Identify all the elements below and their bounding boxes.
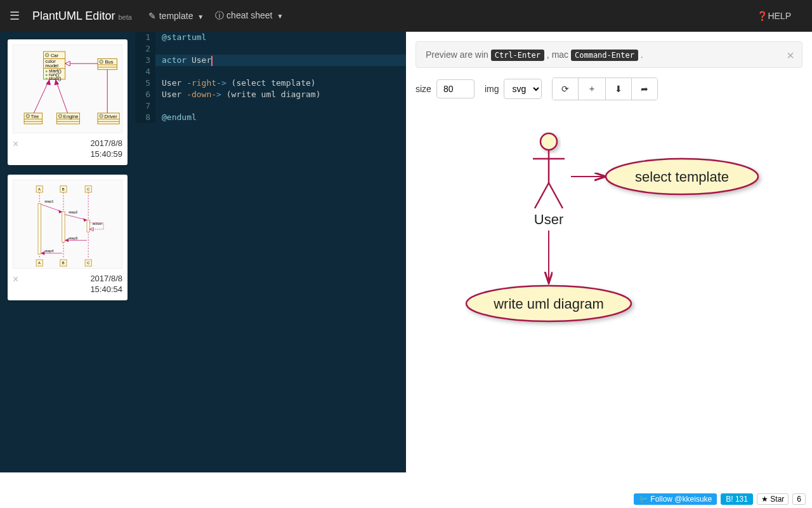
refresh-button[interactable]: ⟳ [553,78,578,100]
info-icon: ⓘ [215,10,224,22]
alert-text: . [641,50,643,60]
alert-text: Preview are win [426,50,488,60]
svg-point-72 [540,133,557,150]
alert-text: , mac [547,50,568,60]
preview-panel: Preview are win Ctrl-Enter , mac Command… [406,32,812,472]
beta-badge: beta [118,13,131,21]
svg-point-11 [46,77,48,79]
card-timestamp: 2017/8/8 15:40:59 [90,138,122,160]
help-icon: ❓ [757,11,766,21]
svg-text:action: action [93,222,102,225]
svg-text:Tire: Tire [31,114,39,119]
size-input[interactable] [436,79,475,98]
brand-text: PlantUML Editor [32,10,115,22]
thumbnail-classdiagram: Car color model start() run() stop() Bus [13,44,122,133]
svg-text:Driver: Driver [104,114,117,119]
github-star-count: 6 [792,493,806,505]
svg-marker-19 [65,61,70,66]
svg-text:write uml diagram: write uml diagram [493,296,604,312]
template-menu[interactable]: ✎ template ▼ [148,11,204,21]
svg-text:A: A [38,187,41,191]
history-card[interactable]: Car color model start() run() stop() Bus [8,39,128,165]
hatena-badge[interactable]: B! 131 [721,493,753,505]
svg-text:User: User [534,211,563,227]
svg-text:step2: step2 [69,210,77,214]
download-icon: ⬇ [615,84,622,94]
delete-card-button[interactable]: × [13,274,18,285]
svg-rect-49 [38,203,41,254]
svg-point-23 [26,114,30,118]
svg-text:step4: step4 [44,249,54,253]
help-label: HELP [768,11,791,21]
caret-icon: ▼ [197,13,204,20]
svg-text:Bus: Bus [105,59,113,65]
svg-point-33 [100,114,103,118]
menu-icon[interactable]: ☰ [10,9,20,23]
svg-text:C: C [87,187,89,191]
toolbar-buttons: ⟳ ＋ ⬇ ➦ [552,77,658,100]
size-label: size [416,84,431,94]
svg-text:stop(): stop() [49,76,62,81]
twitter-follow-button[interactable]: 🐦 Follow @kkeisuke [634,493,717,505]
thumbnail-sequence: A B C step1 step2 [13,180,122,269]
card-timestamp: 2017/8/8 15:40:54 [90,274,122,295]
svg-point-9 [46,74,48,76]
svg-point-3 [45,53,49,57]
svg-point-28 [58,114,62,118]
svg-rect-51 [87,220,89,232]
svg-text:select template: select template [635,169,729,185]
footer-bar: 🐦 Follow @kkeisuke B! 131 ★ Star 6 [0,490,812,508]
svg-point-7 [46,70,48,72]
content: Car color model start() run() stop() Bus [0,32,812,472]
plus-icon: ＋ [587,83,596,93]
preview-toolbar: size img svg ⟳ ＋ ⬇ ➦ [416,77,802,100]
svg-marker-57 [83,218,87,222]
kbd-win: Ctrl-Enter [491,50,544,61]
share-button[interactable]: ➦ [631,78,657,100]
svg-text:Engine: Engine [63,114,79,119]
template-menu-label: template [159,11,193,21]
svg-marker-62 [65,238,69,242]
kbd-mac: Command-Enter [571,50,638,61]
svg-text:A: A [38,261,41,265]
preview-hint-alert: Preview are win Ctrl-Enter , mac Command… [416,41,802,68]
uml-diagram: User select template write uml diagram [416,113,802,367]
img-format-select[interactable]: svg [504,79,542,99]
code-editor[interactable]: 1@startuml 2 3actor User 4 5User -right-… [135,32,406,472]
svg-marker-65 [41,251,44,255]
cheatsheet-menu[interactable]: ⓘ cheat sheet ▼ [215,10,283,22]
svg-line-75 [535,183,549,208]
svg-text:B: B [62,187,65,191]
refresh-icon: ⟳ [561,84,569,94]
svg-text:step3: step3 [69,236,77,240]
edit-icon: ✎ [148,11,157,21]
caret-icon: ▼ [277,13,283,20]
delete-card-button[interactable]: × [13,138,18,150]
cheatsheet-menu-label: cheat sheet [226,10,272,20]
share-icon: ➦ [641,84,648,94]
github-star-button[interactable]: ★ Star [757,493,789,505]
help-button[interactable]: ❓ HELP [757,11,791,21]
svg-point-16 [100,60,103,64]
img-label: img [485,84,499,94]
sidebar: Car color model start() run() stop() Bus [0,32,135,472]
add-button[interactable]: ＋ [578,78,605,100]
download-button[interactable]: ⬇ [605,78,631,100]
svg-text:Car: Car [51,53,59,58]
svg-rect-50 [62,211,65,242]
navbar: ☰ PlantUML Editor beta ✎ template ▼ ⓘ ch… [0,0,812,32]
svg-line-76 [549,183,563,208]
app-title: PlantUML Editor beta [32,10,132,23]
svg-marker-54 [58,210,62,213]
history-card[interactable]: A B C step1 step2 [8,175,128,300]
svg-text:step1: step1 [44,199,53,203]
close-alert-button[interactable]: × [787,48,794,63]
svg-text:B: B [62,261,65,265]
svg-text:C: C [87,261,89,265]
